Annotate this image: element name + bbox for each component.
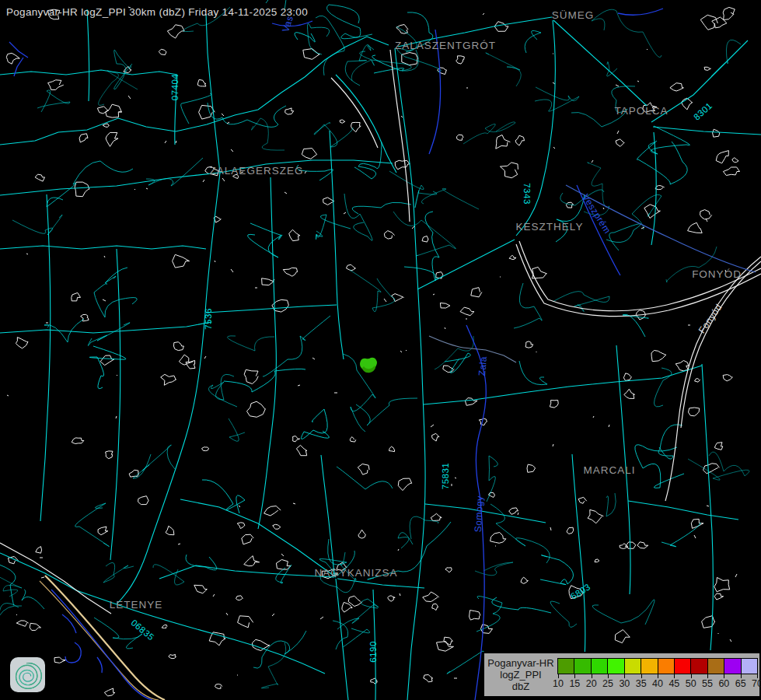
map-texture-path — [592, 160, 593, 163]
water-label: Zala — [476, 356, 489, 376]
map-path — [390, 50, 410, 222]
map-texture-path — [550, 601, 577, 628]
map-texture-path — [592, 600, 655, 625]
map-texture-path — [103, 299, 106, 301]
map-texture-path — [603, 208, 604, 209]
city-label: KESZTHELY — [516, 221, 584, 233]
map-texture-path — [133, 445, 175, 478]
map-texture-path — [215, 684, 222, 689]
map-texture-path — [35, 174, 44, 181]
map-texture-path — [635, 445, 684, 488]
map-texture-path — [298, 385, 300, 386]
map-texture-path — [262, 278, 274, 285]
map-path — [97, 657, 102, 673]
map-texture-path — [6, 53, 19, 64]
map-texture-path — [735, 574, 737, 577]
radar-screen: ZALASZENTGRÓTSÜMEGTAPOLCAZALAEGERSZEGKES… — [0, 0, 761, 700]
map-texture-path — [456, 56, 465, 64]
map-texture-path — [48, 80, 64, 90]
map-texture-path — [326, 5, 372, 39]
legend-color-cell — [624, 659, 641, 674]
map-texture-path — [213, 594, 215, 597]
legend-color-cell — [741, 659, 757, 674]
legend-color-bar — [557, 658, 758, 674]
map-texture-path — [277, 560, 291, 570]
map-texture-path — [208, 103, 286, 127]
map-path — [87, 9, 89, 101]
city-label: SÜMEG — [552, 9, 595, 21]
map-texture-path — [186, 360, 195, 369]
map-texture-path — [588, 509, 603, 523]
map-texture-path — [396, 25, 408, 34]
map-path — [9, 42, 28, 58]
map-texture-path — [285, 108, 294, 114]
legend-unit-label: dbZ — [512, 681, 529, 692]
map-path — [566, 185, 756, 272]
map-texture-path — [440, 303, 450, 309]
map-texture-path — [490, 533, 506, 544]
map-texture-path — [203, 180, 204, 182]
water-label: Somogy — [473, 495, 485, 533]
map-texture-path — [344, 194, 372, 240]
map-texture-path — [202, 480, 245, 513]
legend-color-cell — [641, 659, 657, 674]
map-texture-path — [445, 327, 445, 329]
map-texture-path — [346, 264, 355, 271]
map-texture-path — [244, 369, 258, 383]
map-texture-path — [550, 401, 558, 408]
map-texture-path — [490, 504, 550, 563]
map-texture-path — [704, 67, 710, 70]
map-texture-path — [651, 351, 666, 362]
map-texture-path — [445, 568, 452, 572]
map-texture-path — [36, 547, 42, 554]
map-texture-path — [432, 433, 440, 441]
map-texture-path — [0, 562, 16, 605]
map-texture-path — [431, 513, 442, 520]
map-path — [424, 366, 702, 404]
map-texture-path — [72, 438, 84, 444]
map-texture-path — [350, 270, 395, 312]
map-texture-path — [483, 13, 484, 15]
map-texture-path — [445, 353, 470, 373]
map-texture-path — [316, 16, 344, 75]
map-texture-path — [550, 527, 551, 530]
city-label: NAGYKANIZSA — [314, 567, 397, 579]
map-texture-path — [281, 554, 284, 556]
map-texture-path — [358, 464, 369, 475]
map-texture-path — [238, 616, 253, 628]
legend-product-label: logZ_PPI — [500, 669, 541, 681]
map-texture-path — [616, 85, 619, 86]
map-texture-path — [194, 585, 208, 593]
map-texture-path — [106, 132, 118, 146]
map-texture-path — [295, 33, 315, 42]
map-path — [618, 9, 663, 15]
map-texture-path — [344, 628, 370, 647]
map-texture-path — [617, 131, 619, 134]
map-path — [321, 455, 334, 576]
legend-color-cell — [658, 659, 674, 674]
map-texture-path — [181, 93, 211, 124]
map-texture-path — [226, 613, 228, 615]
map-texture-path — [308, 23, 330, 54]
map-texture-path — [689, 408, 700, 416]
map-texture-path — [345, 44, 374, 86]
map-path — [702, 364, 713, 650]
map-texture-path — [169, 654, 176, 658]
map-texture-path — [166, 526, 174, 534]
map-texture-path — [7, 395, 9, 396]
map-texture-path — [88, 323, 130, 346]
map-texture-path — [161, 374, 176, 385]
map-texture-path — [398, 549, 399, 551]
map-texture-path — [237, 523, 245, 529]
map-texture-path — [627, 542, 636, 548]
map-texture-path — [486, 53, 522, 86]
map-texture-path — [293, 436, 300, 442]
map-texture-path — [104, 688, 115, 696]
legend-color-cell — [591, 659, 607, 674]
map-texture-path — [471, 288, 482, 297]
map-texture-path — [492, 597, 551, 613]
map-texture-path — [509, 255, 516, 259]
map-texture-path — [655, 368, 672, 407]
map-path — [572, 454, 585, 670]
map-labels-layer: ZALASZENTGRÓTSÜMEGTAPOLCAZALAEGERSZEGKES… — [110, 9, 742, 663]
